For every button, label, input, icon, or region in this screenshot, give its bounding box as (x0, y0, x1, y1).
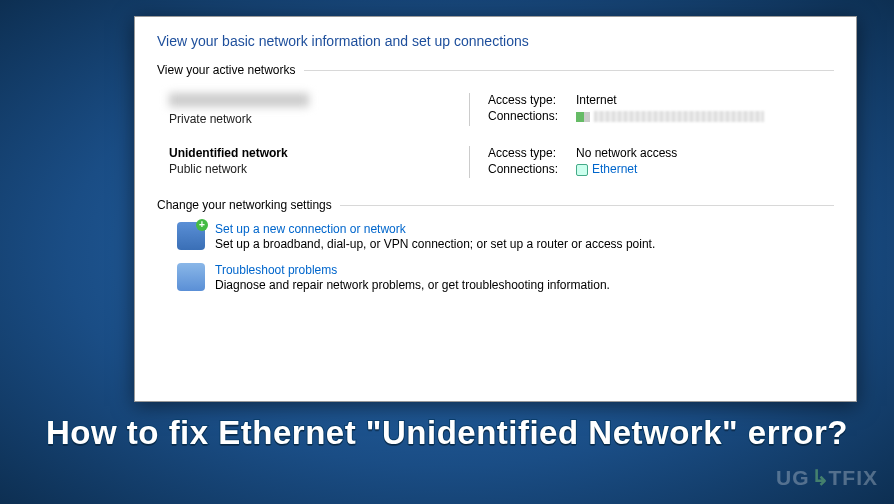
connections-value[interactable] (576, 109, 764, 123)
network-row: Private network Access type: Internet Co… (169, 85, 834, 138)
router-plus-icon (177, 222, 205, 250)
wifi-signal-icon (576, 112, 590, 122)
caption-overlay: How to fix Ethernet "Unidentified Networ… (0, 414, 894, 452)
troubleshoot-link[interactable]: Troubleshoot problems (215, 263, 610, 277)
network-type: Private network (169, 112, 469, 126)
connection-name-redacted (594, 111, 764, 122)
connections-label: Connections: (488, 162, 576, 176)
page-heading: View your basic network information and … (157, 33, 834, 49)
network-identity: Unidentified network Public network (169, 146, 469, 178)
setup-connection-desc: Set up a broadband, dial-up, or VPN conn… (215, 237, 655, 251)
connections-link[interactable]: Ethernet (576, 162, 637, 176)
change-settings-label: Change your networking settings (157, 198, 834, 212)
setup-connection-item[interactable]: Set up a new connection or network Set u… (177, 222, 834, 251)
network-name-redacted (169, 93, 309, 107)
setup-connection-link[interactable]: Set up a new connection or network (215, 222, 655, 236)
troubleshoot-desc: Diagnose and repair network problems, or… (215, 278, 610, 292)
access-type-value: Internet (576, 93, 617, 107)
settings-list: Set up a new connection or network Set u… (157, 216, 834, 292)
troubleshoot-icon (177, 263, 205, 291)
connections-label: Connections: (488, 109, 576, 123)
watermark-logo: UG↲TFIX (776, 466, 878, 490)
access-type-value: No network access (576, 146, 677, 160)
network-sharing-window: View your basic network information and … (134, 16, 857, 402)
troubleshoot-item[interactable]: Troubleshoot problems Diagnose and repai… (177, 263, 834, 292)
network-details: Access type: No network access Connectio… (469, 146, 834, 178)
network-name: Unidentified network (169, 146, 469, 160)
networks-list: Private network Access type: Internet Co… (157, 81, 834, 198)
access-type-label: Access type: (488, 93, 576, 107)
ethernet-icon (576, 164, 588, 176)
access-type-label: Access type: (488, 146, 576, 160)
network-row: Unidentified network Public network Acce… (169, 138, 834, 190)
network-identity: Private network (169, 93, 469, 126)
network-type: Public network (169, 162, 469, 176)
active-networks-label: View your active networks (157, 63, 834, 77)
network-details: Access type: Internet Connections: (469, 93, 834, 126)
